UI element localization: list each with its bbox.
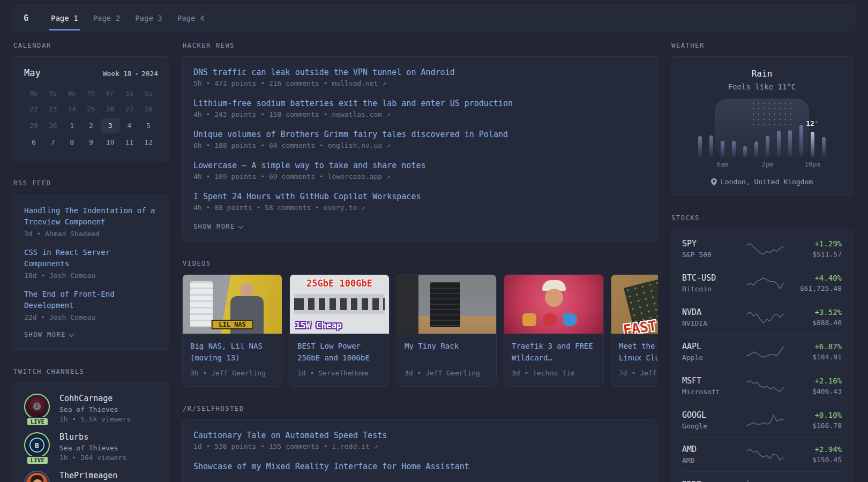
- video-card[interactable]: LIL NAS Big NAS, Lil NAS (moving 13) 3h …: [182, 274, 282, 387]
- calendar-day-headers: MoTuWeThFrSaSu: [24, 86, 158, 101]
- videos-heading: VIDEOS: [183, 260, 658, 267]
- rss-item: CSS in React Server Components 18d • Jos…: [24, 247, 158, 280]
- map-pin-icon: [711, 178, 717, 186]
- stock-row[interactable]: AMDAMD +2.94%$150.45: [682, 437, 842, 471]
- weather-feels-like: Feels like 11°C: [683, 82, 841, 91]
- video-thumbnail: LIL NAS: [183, 275, 282, 334]
- video-title[interactable]: Traefik 3 and FREE Wildcard…: [512, 340, 596, 364]
- calendar-day-header: Su: [139, 86, 158, 101]
- stock-sparkline: [746, 242, 784, 256]
- weather-hour-bar: [788, 130, 792, 157]
- hacker-news-heading: HACKER NEWS: [183, 42, 658, 49]
- tab-page-4[interactable]: Page 4: [177, 6, 205, 30]
- twitch-channel-row[interactable]: C LIVE CohhCarnage Sea of Thieves 1h • 5…: [24, 394, 158, 423]
- calendar-month: May: [24, 67, 41, 78]
- rss-item: Handling The Indentation of a Treeview C…: [24, 205, 158, 238]
- stock-symbol: NVDA: [682, 307, 742, 317]
- left-column: CALENDAR May Week 18 2024 MoTuWeThFrSaSu…: [13, 42, 169, 482]
- rss-item: The End of Front-End Development 22d • J…: [24, 289, 158, 321]
- calendar-day: 29: [24, 118, 43, 133]
- calendar-day-grid: 222324252627282930123456789101112: [24, 101, 158, 150]
- rss-show-more-button[interactable]: SHOW MORE: [24, 331, 158, 338]
- video-card[interactable]: My Tiny Rack 3d • Jeff Geerling: [396, 274, 497, 387]
- rss-item-link[interactable]: CSS in React Server Components: [24, 247, 158, 269]
- hn-show-more-button[interactable]: SHOW MORE: [193, 223, 647, 230]
- weather-hour-bar: [743, 146, 747, 157]
- hn-item: Lowercase – A simple way to take and sha…: [193, 161, 647, 180]
- video-title[interactable]: My Tiny Rack: [405, 340, 489, 364]
- rss-widget: RSS FEED Handling The Indentation of a T…: [13, 179, 169, 350]
- video-meta: 3d • Jeff Geerling: [405, 369, 489, 377]
- stock-price: $61,725.48: [788, 284, 842, 292]
- stock-row[interactable]: RDDT -1.65%: [682, 471, 842, 482]
- selfhosted-widget: /R/SELFHOSTED Cautionary Tale on Automat…: [182, 405, 658, 482]
- weather-widget: WEATHER Rain Feels like 11°C 12° 6am 2pm…: [671, 42, 853, 196]
- twitch-channel-row[interactable]: ThePrimeagen: [24, 471, 158, 482]
- video-title[interactable]: Big NAS, Lil NAS (moving 13): [190, 340, 274, 364]
- rss-item-meta: 18d • Josh Comeau: [24, 272, 158, 280]
- video-card[interactable]: Traefik 3 and FREE Wildcard… 3d • Techno…: [504, 274, 604, 387]
- stock-symbol: GOOGL: [682, 410, 742, 420]
- stock-row[interactable]: NVDANVIDIA +3.52%$888.40: [682, 300, 842, 334]
- stock-price: $511.57: [788, 250, 842, 258]
- video-card[interactable]: FAST Meet the Linux Clu 7d • Jeff Geerli…: [611, 274, 658, 387]
- rss-item-link[interactable]: Handling The Indentation of a Treeview C…: [24, 205, 158, 228]
- hn-item-link[interactable]: Lithium-free sodium batteries exit the l…: [193, 99, 647, 108]
- rss-item-meta: 22d • Josh Comeau: [24, 313, 158, 321]
- stock-row[interactable]: BTC-USDBitcoin +4.40%$61,725.48: [682, 266, 842, 300]
- calendar-day: 12: [139, 134, 158, 150]
- hn-item-link[interactable]: DNS traffic can leak outside the VPN tun…: [193, 67, 647, 77]
- calendar-day: 11: [120, 134, 139, 150]
- channel-viewers: 1h • 264 viewers: [59, 454, 126, 462]
- calendar-day: 24: [62, 101, 81, 117]
- stock-sparkline: [746, 276, 784, 290]
- calendar-day: 28: [139, 101, 158, 117]
- stock-row[interactable]: MSFTMicrosoft +2.16%$406.43: [682, 368, 842, 403]
- video-meta: 7d • Jeff Geerling: [619, 369, 658, 377]
- calendar-day: 9: [81, 134, 101, 150]
- center-column: HACKER NEWS DNS traffic can leak outside…: [182, 42, 658, 482]
- hn-item-link[interactable]: Lowercase – A simple way to take and sha…: [193, 161, 647, 170]
- stock-sparkline: [746, 345, 784, 359]
- weather-hour-bar: [822, 137, 826, 157]
- selfhosted-heading: /R/SELFHOSTED: [183, 405, 658, 412]
- calendar-day-header: Sa: [120, 86, 139, 101]
- stock-price: $150.45: [788, 456, 842, 464]
- tab-page-2[interactable]: Page 2: [93, 6, 121, 30]
- stock-row[interactable]: AAPLApple +6.87%$184.91: [682, 334, 842, 368]
- stock-row[interactable]: GOOGLGoogle +0.10%$166.78: [682, 403, 842, 437]
- channel-name: Blurbs: [59, 432, 126, 442]
- video-card[interactable]: 25GbE 100GbE 15W Cheap BEST Low Power 25…: [289, 274, 390, 387]
- stocks-widget: STOCKS SPYS&P 500 +1.29%$511.57 BTC-USDB…: [671, 214, 853, 482]
- calendar-day: 6: [24, 134, 43, 150]
- stock-row[interactable]: SPYS&P 500 +1.29%$511.57: [682, 232, 842, 266]
- app-logo: G: [13, 6, 39, 30]
- weather-condition: Rain: [683, 69, 841, 79]
- hn-item-link[interactable]: Unique volumes of Brothers Grimm fairy t…: [193, 130, 647, 139]
- reddit-item-link[interactable]: Showcase of my Mixed Reality Interface f…: [193, 462, 647, 471]
- weather-hour-bar: [721, 141, 724, 157]
- tab-page-3[interactable]: Page 3: [135, 6, 162, 30]
- stock-price: $184.91: [788, 353, 842, 361]
- calendar-day-header: Tu: [43, 86, 63, 101]
- rss-item-link[interactable]: The End of Front-End Development: [24, 289, 158, 311]
- stock-change: +1.29%: [788, 239, 842, 248]
- calendar-day-header: Th: [81, 86, 101, 101]
- calendar-day-header: We: [62, 86, 81, 101]
- twitch-channel-row[interactable]: B LIVE Blurbs Sea of Thieves 1h • 264 vi…: [24, 432, 158, 462]
- rss-heading: RSS FEED: [13, 179, 169, 187]
- stock-change: +2.94%: [788, 445, 842, 454]
- hn-item-link[interactable]: I Spent 24 Hours with GitHub Copilot Wor…: [193, 192, 647, 201]
- tab-page-1[interactable]: Page 1: [51, 6, 78, 30]
- calendar-day: 22: [24, 101, 43, 117]
- stock-change: +0.10%: [788, 411, 842, 419]
- video-title[interactable]: BEST Low Power 25GbE and 100GbE Switch…: [297, 340, 381, 364]
- calendar-day: 30: [43, 118, 63, 133]
- hn-item-meta: 5h • 471 points • 216 comments • mullvad…: [193, 79, 647, 87]
- calendar-day: 5: [139, 118, 158, 133]
- reddit-item-link[interactable]: Cautionary Tale on Automated Speed Tests: [193, 431, 647, 440]
- weather-hour-bar: [709, 135, 713, 157]
- twitch-widget: TWITCH CHANNELS C LIVE CohhCarnage Sea o…: [13, 368, 169, 482]
- video-title[interactable]: Meet the Linux Clu: [619, 340, 658, 364]
- page-tabs: Page 1 Page 2 Page 3 Page 4: [39, 6, 204, 30]
